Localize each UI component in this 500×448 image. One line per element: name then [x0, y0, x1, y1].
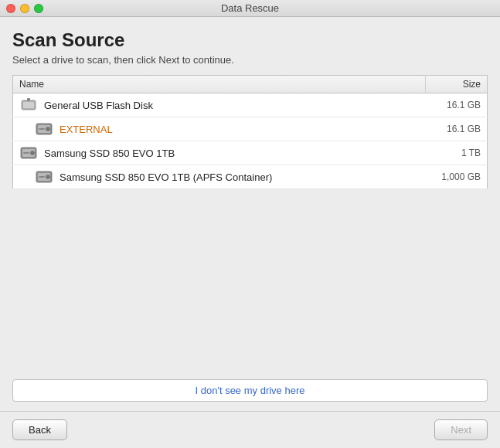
table-row[interactable]: Samsung SSD 850 EVO 1TB (APFS Container)… [13, 165, 488, 189]
svg-rect-10 [23, 152, 29, 154]
drive-name-cell: EXTERNAL [35, 121, 420, 137]
footer: Back Next [0, 411, 500, 448]
svg-rect-6 [39, 128, 45, 130]
minimize-button[interactable] [20, 4, 29, 13]
drive-size: 1,000 GB [426, 165, 488, 189]
drive-name-cell: Samsung SSD 850 EVO 1TB (APFS Container) [35, 169, 420, 185]
traffic-lights [6, 4, 43, 13]
table-row[interactable]: General USB Flash Disk 16.1 GB [13, 93, 488, 117]
drive-name-label: EXTERNAL [60, 124, 113, 135]
drive-name-cell: General USB Flash Disk [19, 97, 420, 113]
table-row[interactable]: Samsung SSD 850 EVO 1TB 1 TB [13, 141, 488, 165]
drive-icon [35, 169, 53, 185]
bottom-area: I don't see my drive here [0, 370, 500, 402]
drive-table: Name Size General USB Flash Disk 16.1 GB [12, 75, 488, 189]
back-button[interactable]: Back [12, 419, 67, 440]
drive-icon [35, 121, 53, 137]
window-title: Data Rescue [221, 2, 279, 14]
close-button[interactable] [6, 4, 15, 13]
page-subtitle: Select a drive to scan, then click Next … [12, 54, 488, 66]
drive-name-cell: Samsung SSD 850 EVO 1TB [19, 145, 420, 161]
drive-icon [19, 145, 38, 161]
main-content: Scan Source Select a drive to scan, then… [0, 17, 500, 370]
table-row[interactable]: EXTERNAL 16.1 GB [13, 117, 488, 141]
drive-name-label: Samsung SSD 850 EVO 1TB [44, 148, 175, 159]
svg-rect-2 [27, 98, 30, 101]
drive-name-label: Samsung SSD 850 EVO 1TB (APFS Container) [60, 171, 272, 183]
col-name-header: Name [13, 76, 426, 93]
drive-size: 16.1 GB [426, 117, 488, 141]
maximize-button[interactable] [34, 4, 43, 13]
next-button[interactable]: Next [434, 419, 488, 440]
svg-point-5 [46, 127, 50, 131]
svg-point-13 [46, 175, 50, 179]
svg-point-9 [31, 151, 35, 155]
titlebar: Data Rescue [0, 0, 500, 17]
svg-rect-1 [23, 102, 34, 108]
page-title: Scan Source [12, 29, 488, 51]
col-size-header: Size [426, 76, 488, 93]
drive-name-label: General USB Flash Disk [44, 100, 153, 111]
svg-rect-14 [39, 176, 45, 178]
dont-see-drive-button[interactable]: I don't see my drive here [12, 379, 488, 402]
drive-size: 1 TB [426, 141, 488, 165]
drive-size: 16.1 GB [426, 93, 488, 117]
drive-icon [19, 97, 38, 113]
